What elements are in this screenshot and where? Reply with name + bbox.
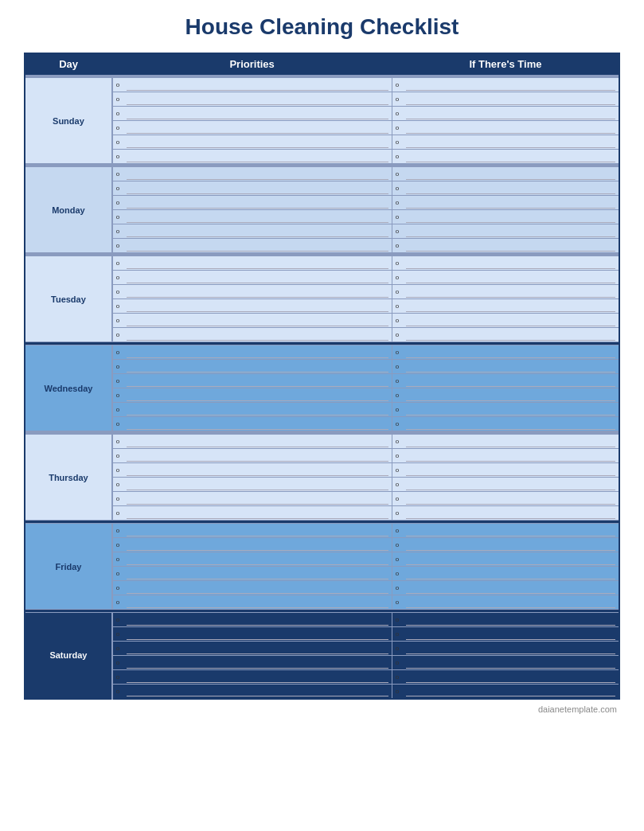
- priority-input[interactable]: [127, 80, 388, 91]
- time-cell[interactable]: o: [392, 595, 619, 610]
- priority-cell[interactable]: o: [112, 210, 392, 224]
- time-cell[interactable]: o: [392, 314, 619, 328]
- time-input[interactable]: [406, 404, 615, 416]
- priority-cell[interactable]: o: [112, 567, 392, 581]
- time-input[interactable]: [406, 376, 615, 387]
- priority-input[interactable]: [127, 183, 388, 194]
- time-input[interactable]: [406, 465, 615, 476]
- priority-cell[interactable]: o: [112, 595, 392, 610]
- time-cell[interactable]: o: [392, 121, 619, 135]
- time-input[interactable]: [406, 508, 615, 519]
- priority-cell[interactable]: o: [112, 299, 392, 314]
- time-input[interactable]: [406, 554, 615, 565]
- priority-input[interactable]: [127, 151, 388, 162]
- priority-input[interactable]: [127, 451, 388, 462]
- priority-input[interactable]: [127, 123, 388, 134]
- priority-cell[interactable]: o: [112, 538, 392, 552]
- time-cell[interactable]: o: [392, 435, 619, 449]
- priority-input[interactable]: [127, 479, 388, 490]
- time-cell[interactable]: o: [392, 388, 619, 403]
- time-input[interactable]: [406, 597, 615, 608]
- priority-input[interactable]: [127, 568, 388, 579]
- priority-cell[interactable]: o: [112, 224, 392, 239]
- time-cell[interactable]: o: [392, 613, 619, 627]
- time-input[interactable]: [406, 540, 615, 551]
- priority-cell[interactable]: o: [112, 328, 392, 342]
- time-cell[interactable]: o: [392, 492, 619, 506]
- priority-input[interactable]: [127, 330, 388, 341]
- priority-input[interactable]: [127, 240, 388, 252]
- priority-input[interactable]: [127, 315, 388, 326]
- priority-input[interactable]: [127, 376, 388, 387]
- priority-cell[interactable]: o: [112, 345, 392, 360]
- time-input[interactable]: [406, 614, 615, 626]
- time-cell[interactable]: o: [392, 417, 619, 431]
- priority-cell[interactable]: o: [112, 360, 392, 374]
- priority-cell[interactable]: o: [112, 239, 392, 253]
- time-input[interactable]: [406, 436, 615, 447]
- priority-cell[interactable]: o: [112, 388, 392, 403]
- time-input[interactable]: [406, 212, 615, 223]
- time-cell[interactable]: o: [392, 78, 619, 92]
- priority-input[interactable]: [127, 597, 388, 608]
- priority-cell[interactable]: o: [112, 403, 392, 417]
- time-cell[interactable]: o: [392, 374, 619, 388]
- priority-cell[interactable]: o: [112, 150, 392, 164]
- priority-cell[interactable]: o: [112, 449, 392, 463]
- priority-cell[interactable]: o: [112, 685, 392, 699]
- time-input[interactable]: [406, 451, 615, 462]
- priority-cell[interactable]: o: [112, 552, 392, 567]
- time-cell[interactable]: o: [392, 567, 619, 581]
- priority-input[interactable]: [127, 169, 388, 180]
- priority-input[interactable]: [127, 494, 388, 505]
- time-input[interactable]: [406, 361, 615, 373]
- priority-input[interactable]: [127, 657, 388, 669]
- time-input[interactable]: [406, 419, 615, 430]
- priority-cell[interactable]: o: [112, 581, 392, 595]
- priority-input[interactable]: [127, 629, 388, 640]
- priority-input[interactable]: [127, 508, 388, 519]
- priority-cell[interactable]: o: [112, 167, 392, 181]
- time-cell[interactable]: o: [392, 285, 619, 299]
- priority-input[interactable]: [127, 361, 388, 373]
- time-input[interactable]: [406, 197, 615, 209]
- priority-input[interactable]: [127, 390, 388, 401]
- priority-cell[interactable]: o: [112, 627, 392, 642]
- time-cell[interactable]: o: [392, 552, 619, 567]
- priority-cell[interactable]: o: [112, 314, 392, 328]
- time-cell[interactable]: o: [392, 210, 619, 224]
- time-cell[interactable]: o: [392, 181, 619, 196]
- priority-input[interactable]: [127, 137, 388, 148]
- time-cell[interactable]: o: [392, 524, 619, 538]
- priority-input[interactable]: [127, 436, 388, 447]
- time-input[interactable]: [406, 583, 615, 594]
- time-input[interactable]: [406, 258, 615, 269]
- time-input[interactable]: [406, 94, 615, 105]
- priority-input[interactable]: [127, 419, 388, 430]
- time-cell[interactable]: o: [392, 656, 619, 670]
- time-input[interactable]: [406, 568, 615, 579]
- priority-input[interactable]: [127, 614, 388, 626]
- time-cell[interactable]: o: [392, 271, 619, 285]
- time-input[interactable]: [406, 685, 615, 696]
- priority-cell[interactable]: o: [112, 492, 392, 506]
- time-input[interactable]: [406, 494, 615, 505]
- time-input[interactable]: [406, 330, 615, 341]
- time-cell[interactable]: o: [392, 150, 619, 164]
- priority-input[interactable]: [127, 287, 388, 298]
- time-cell[interactable]: o: [392, 449, 619, 463]
- time-cell[interactable]: o: [392, 506, 619, 521]
- time-cell[interactable]: o: [392, 360, 619, 374]
- priority-cell[interactable]: o: [112, 642, 392, 656]
- time-input[interactable]: [406, 108, 615, 119]
- priority-input[interactable]: [127, 685, 388, 696]
- time-input[interactable]: [406, 315, 615, 326]
- time-input[interactable]: [406, 137, 615, 148]
- time-input[interactable]: [406, 643, 615, 654]
- priority-input[interactable]: [127, 94, 388, 105]
- time-input[interactable]: [406, 390, 615, 401]
- priority-cell[interactable]: o: [112, 135, 392, 150]
- priority-cell[interactable]: o: [112, 256, 392, 271]
- priority-cell[interactable]: o: [112, 92, 392, 107]
- time-cell[interactable]: o: [392, 92, 619, 107]
